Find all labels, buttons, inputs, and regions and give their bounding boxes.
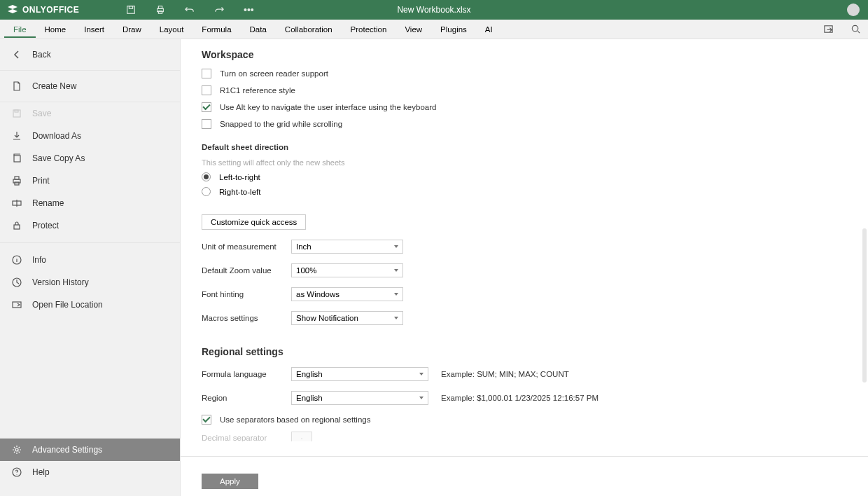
info-label: Info <box>32 255 46 265</box>
tab-formula[interactable]: Formula <box>192 21 240 38</box>
screen-reader-label: Turn on screen reader support <box>220 69 328 78</box>
advanced-settings-button[interactable]: Advanced Settings <box>0 439 180 461</box>
search-icon[interactable] <box>850 24 861 34</box>
open-file-location-label: Open File Location <box>32 300 103 310</box>
create-new-button[interactable]: Create New <box>0 71 180 102</box>
back-label: Back <box>32 50 51 60</box>
unit-label: Unit of measurement <box>202 242 279 251</box>
save-icon <box>12 109 22 118</box>
help-button[interactable]: Help <box>0 461 180 483</box>
protect-label: Protect <box>32 221 59 230</box>
scrollbar[interactable] <box>862 228 867 383</box>
font-hinting-label: Font hinting <box>202 290 279 298</box>
tab-plugins[interactable]: Plugins <box>431 21 476 38</box>
save-copy-as-button[interactable]: Save Copy As <box>0 147 180 170</box>
settings-footer: Apply <box>181 456 868 496</box>
save-icon[interactable] <box>126 5 136 15</box>
version-history-button[interactable]: Version History <box>0 271 180 294</box>
tab-collaboration[interactable]: Collaboration <box>276 21 342 38</box>
app-logo: ONLYOFFICE <box>0 4 126 15</box>
tab-file[interactable]: File <box>4 21 36 38</box>
rename-icon <box>12 198 22 208</box>
save-copy-as-label: Save Copy As <box>32 153 85 163</box>
svg-rect-8 <box>15 110 18 112</box>
save-button: Save <box>0 102 180 125</box>
tab-draw[interactable]: Draw <box>113 21 150 38</box>
back-button[interactable]: Back <box>0 39 180 70</box>
main-layout: Back Create New Save Download As Save Co… <box>0 39 868 496</box>
apply-button[interactable]: Apply <box>202 474 258 489</box>
help-label: Help <box>32 467 50 477</box>
macros-label: Macros settings <box>202 314 279 322</box>
alt-key-nav-checkbox[interactable] <box>202 102 211 112</box>
workspace-heading: Workspace <box>202 49 868 60</box>
svg-rect-1 <box>129 6 132 9</box>
info-button[interactable]: Info <box>0 249 180 271</box>
redo-icon[interactable] <box>214 5 224 15</box>
file-sidebar: Back Create New Save Download As Save Co… <box>0 39 181 496</box>
print-button[interactable]: Print <box>0 170 180 192</box>
version-history-label: Version History <box>32 277 89 287</box>
customize-quick-access-button[interactable]: Customize quick access <box>202 214 306 230</box>
titlebar: ONLYOFFICE ••• New Workbook.xlsx <box>0 0 868 20</box>
download-icon <box>12 131 22 141</box>
sheet-direction-note: This setting will affect only the new sh… <box>202 158 868 167</box>
svg-rect-14 <box>14 225 20 229</box>
ltr-radio[interactable] <box>202 172 211 181</box>
menu-tabs: File Home Insert Draw Layout Formula Dat… <box>0 20 868 39</box>
region-select[interactable]: English <box>291 391 428 405</box>
tab-data[interactable]: Data <box>241 21 276 38</box>
tab-layout[interactable]: Layout <box>150 21 193 38</box>
info-icon <box>12 255 22 265</box>
user-avatar[interactable] <box>847 4 860 16</box>
svg-rect-3 <box>158 6 162 9</box>
decimal-separator-label: Decimal separator <box>202 434 279 441</box>
sheet-direction-heading: Default sheet direction <box>202 143 868 151</box>
zoom-select[interactable]: 100% <box>291 263 403 277</box>
region-example: Example: $1,000.01 1/23/2025 12:16:57 PM <box>441 394 598 402</box>
gear-icon <box>12 445 22 455</box>
unit-select[interactable]: Inch <box>291 240 403 254</box>
print-icon[interactable] <box>155 5 165 15</box>
svg-rect-4 <box>158 11 162 14</box>
document-title: New Workbook.xlsx <box>397 5 470 15</box>
download-as-button[interactable]: Download As <box>0 125 180 147</box>
undo-icon[interactable] <box>185 5 195 15</box>
use-separators-checkbox[interactable] <box>202 415 211 425</box>
rename-label: Rename <box>32 198 64 208</box>
history-icon <box>12 277 22 287</box>
tab-ai[interactable]: AI <box>476 21 502 38</box>
svg-point-18 <box>15 448 18 451</box>
protect-button[interactable]: Protect <box>0 214 180 237</box>
tab-insert[interactable]: Insert <box>75 21 113 38</box>
r1c1-checkbox[interactable] <box>202 85 211 95</box>
screen-reader-checkbox[interactable] <box>202 69 211 78</box>
rename-button[interactable]: Rename <box>0 192 180 214</box>
svg-rect-0 <box>127 6 135 14</box>
more-icon[interactable]: ••• <box>244 4 254 15</box>
macros-select[interactable]: Show Notification <box>291 311 403 325</box>
tab-view[interactable]: View <box>396 21 431 38</box>
tab-home[interactable]: Home <box>36 21 76 38</box>
svg-rect-9 <box>14 156 20 162</box>
rtl-radio[interactable] <box>202 187 211 196</box>
svg-rect-11 <box>15 177 19 179</box>
download-as-label: Download As <box>32 131 81 141</box>
open-location-icon[interactable] <box>823 24 834 34</box>
snap-grid-checkbox[interactable] <box>202 119 211 129</box>
help-icon <box>12 467 22 477</box>
alt-key-nav-label: Use Alt key to navigate the user interfa… <box>220 103 436 111</box>
zoom-label: Default Zoom value <box>202 266 279 275</box>
snap-grid-label: Snapped to the grid while scrolling <box>220 120 342 128</box>
folder-open-icon <box>12 300 22 310</box>
open-file-location-button[interactable]: Open File Location <box>0 294 180 316</box>
formula-language-select[interactable]: English <box>291 367 428 381</box>
tab-protection[interactable]: Protection <box>342 21 396 38</box>
regional-heading: Regional settings <box>202 346 868 357</box>
stack-icon <box>7 4 18 15</box>
font-hinting-select[interactable]: as Windows <box>291 287 403 301</box>
settings-panel: Workspace Turn on screen reader support … <box>181 39 868 496</box>
advanced-settings-label: Advanced Settings <box>32 445 102 455</box>
save-copy-icon <box>12 153 22 163</box>
ltr-label: Left-to-right <box>219 173 260 181</box>
